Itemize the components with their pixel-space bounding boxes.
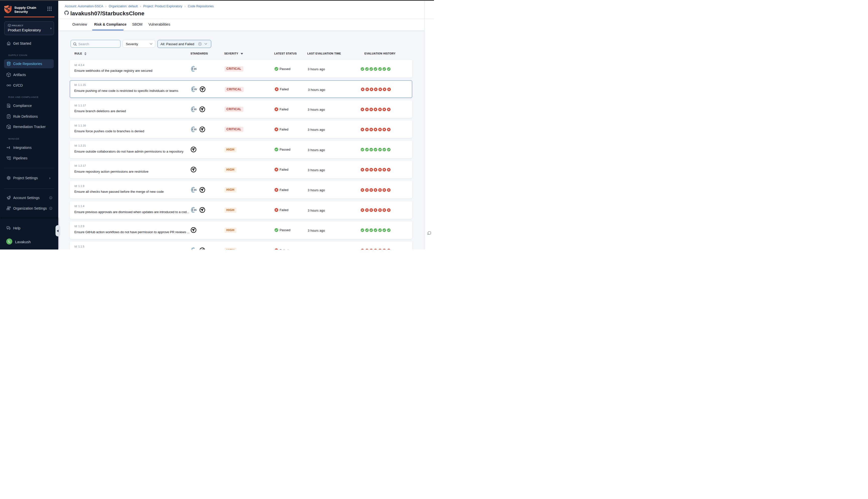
svg-text:CIS: CIS bbox=[192, 188, 196, 191]
svg-text:CIS: CIS bbox=[192, 209, 196, 211]
svg-text:?: ? bbox=[8, 227, 9, 228]
svg-text:CIS: CIS bbox=[192, 68, 196, 70]
svg-text:CIS: CIS bbox=[192, 88, 197, 90]
svg-text:CIS: CIS bbox=[192, 108, 196, 111]
svg-text:CIS: CIS bbox=[192, 249, 196, 250]
svg-text:CIS: CIS bbox=[192, 128, 196, 131]
